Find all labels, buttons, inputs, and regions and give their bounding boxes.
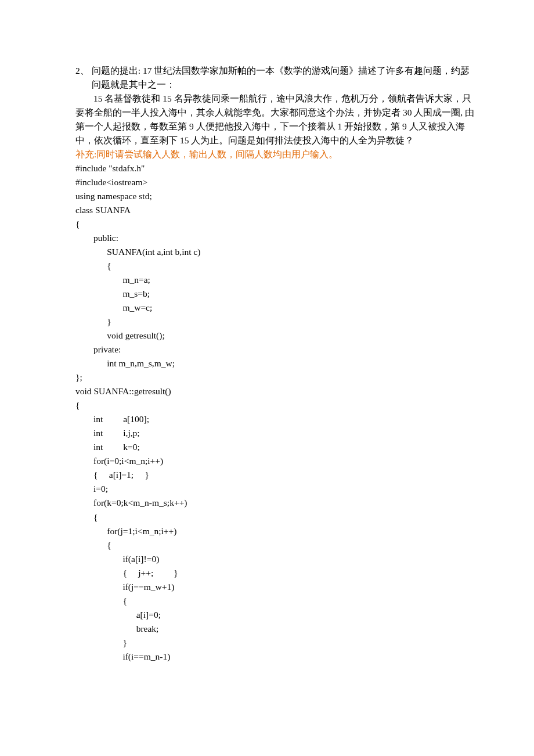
code-line: for(k=0;k<m_n-m_s;k++)	[75, 496, 479, 510]
code-line: using namespace std;	[75, 189, 479, 203]
code-line: break;	[75, 622, 479, 636]
code-line: if(j==m_w+1)	[75, 580, 479, 594]
question-title: 问题的提出: 17 世纪法国数学家加斯帕的一本《数学的游戏问题》描述了许多有趣问…	[92, 64, 479, 92]
code-line: int a[100];	[75, 412, 479, 426]
code-line: };	[75, 370, 479, 384]
code-line: public:	[75, 231, 479, 245]
code-line: }	[75, 636, 479, 650]
document-page: 2、 问题的提出: 17 世纪法国数学家加斯帕的一本《数学的游戏问题》描述了许多…	[0, 0, 534, 699]
code-line: {	[75, 594, 479, 608]
supplement-text: 补充:同时请尝试输入人数，输出人数，间隔人数均由用户输入。	[75, 147, 479, 161]
code-line: void getresult();	[75, 329, 479, 343]
code-block: #include "stdafx.h"#include<iostream>usi…	[75, 161, 479, 664]
question-number: 2、	[75, 64, 92, 92]
question-header-row: 2、 问题的提出: 17 世纪法国数学家加斯帕的一本《数学的游戏问题》描述了许多…	[75, 64, 479, 92]
code-line: class SUANFA	[75, 203, 479, 217]
code-line: m_n=a;	[75, 273, 479, 287]
code-line: private:	[75, 343, 479, 357]
code-line: m_s=b;	[75, 287, 479, 301]
code-line: int i,j,p;	[75, 426, 479, 440]
code-line: for(j=1;i<m_n;i++)	[75, 524, 479, 538]
code-line: {	[75, 510, 479, 524]
code-line: #include "stdafx.h"	[75, 161, 479, 175]
code-line: if(a[i]!=0)	[75, 552, 479, 566]
code-line: for(i=0;i<m_n;i++)	[75, 454, 479, 468]
code-line: {	[75, 259, 479, 273]
code-line: int m_n,m_s,m_w;	[75, 357, 479, 370]
code-line: {	[75, 398, 479, 412]
code-line: m_w=c;	[75, 301, 479, 315]
problem-paragraph: 15 名基督教徒和 15 名异教徒同乘一船航行，途中风浪大作，危机万分，领航者告…	[75, 92, 479, 147]
code-line: i=0;	[75, 482, 479, 496]
code-line: if(i==m_n-1)	[75, 650, 479, 664]
code-line: {	[75, 217, 479, 231]
code-line: #include<iostream>	[75, 175, 479, 189]
code-line: { j++; }	[75, 566, 479, 580]
code-line: {	[75, 538, 479, 552]
code-line: int k=0;	[75, 440, 479, 454]
code-line: SUANFA(int a,int b,int c)	[75, 245, 479, 259]
code-line: { a[i]=1; }	[75, 468, 479, 482]
code-line: void SUANFA::getresult()	[75, 384, 479, 398]
code-line: }	[75, 315, 479, 329]
code-line: a[i]=0;	[75, 608, 479, 622]
